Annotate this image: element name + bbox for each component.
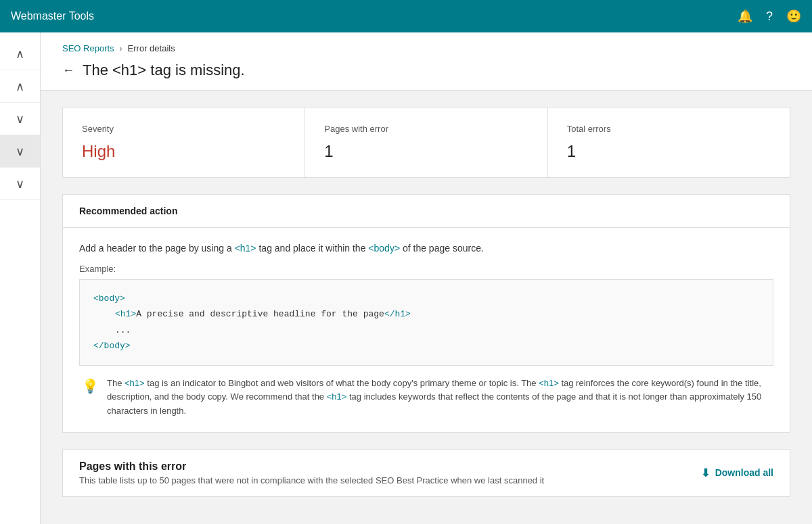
- pages-section-header: Pages with this error This table lists u…: [63, 450, 790, 496]
- action-text-middle: tag and place it within the: [256, 243, 369, 254]
- download-all-button[interactable]: ⬇ Download all: [701, 467, 773, 479]
- info-text: The <h1> tag is an indicator to Bingbot …: [107, 377, 771, 419]
- info-h1-tag-2: <h1>: [539, 378, 559, 388]
- stats-row: Severity High Pages with error 1 Total e…: [62, 107, 790, 178]
- breadcrumb-area: SEO Reports › Error details ← The <h1> t…: [41, 32, 812, 91]
- download-label: Download all: [715, 467, 773, 478]
- chevron-down-icon-3: ∨: [16, 176, 24, 191]
- content-area: Severity High Pages with error 1 Total e…: [41, 91, 812, 513]
- main-content: SEO Reports › Error details ← The <h1> t…: [41, 32, 812, 524]
- sidebar-item-5[interactable]: ∨: [0, 168, 40, 200]
- info-h1-tag-3: <h1>: [327, 391, 347, 402]
- stat-label-total-errors: Total errors: [567, 124, 771, 134]
- action-text: Add a header to the page by using a <h1>…: [79, 241, 773, 256]
- action-text-before: Add a header to the page by using a: [79, 243, 235, 254]
- action-text-after: of the page source.: [400, 243, 484, 254]
- breadcrumb-separator: ›: [120, 44, 122, 53]
- info-note: 💡 The <h1> tag is an indicator to Bingbo…: [79, 377, 773, 419]
- stat-card-pages-with-error: Pages with error 1: [305, 108, 547, 177]
- pages-section: Pages with this error This table lists u…: [62, 449, 790, 497]
- user-icon[interactable]: 🙂: [786, 9, 801, 24]
- chevron-down-icon-1: ∨: [16, 112, 24, 126]
- chevron-up-icon-1: ∧: [16, 47, 24, 62]
- recommended-action-header: Recommended action: [63, 195, 790, 228]
- stat-label-severity: Severity: [82, 124, 286, 134]
- code-line-4: </body>: [93, 338, 759, 354]
- topbar-icons: 🔔 ? 🙂: [738, 9, 801, 24]
- app-title: Webmaster Tools: [11, 10, 94, 22]
- recommended-action-box: Recommended action Add a header to the p…: [62, 194, 790, 433]
- stat-label-pages-with-error: Pages with error: [324, 124, 528, 134]
- sidebar-item-4[interactable]: ∨: [0, 135, 40, 168]
- layout: ∧ ∧ ∨ ∨ ∨ SEO Reports › Error details ← …: [0, 32, 812, 524]
- code-line-3: ...: [93, 323, 759, 338]
- code-block: <body> <h1>A precise and descriptive hea…: [79, 279, 773, 366]
- stat-card-total-errors: Total errors 1: [548, 108, 790, 177]
- sidebar-item-1[interactable]: ∧: [0, 38, 40, 70]
- action-body-tag: <body>: [368, 243, 400, 254]
- recommended-action-body: Add a header to the page by using a <h1>…: [63, 228, 790, 432]
- pages-section-title-group: Pages with this error This table lists u…: [79, 460, 544, 485]
- stat-card-severity: Severity High: [63, 108, 305, 177]
- stat-value-pages-with-error: 1: [324, 142, 528, 161]
- help-icon[interactable]: ?: [766, 9, 773, 24]
- page-title-row: ← The <h1> tag is missing.: [62, 62, 790, 90]
- notification-icon[interactable]: 🔔: [738, 9, 752, 24]
- chevron-down-icon-2: ∨: [16, 144, 24, 159]
- breadcrumb-link-seo-reports[interactable]: SEO Reports: [62, 43, 114, 53]
- topbar: Webmaster Tools 🔔 ? 🙂: [0, 0, 812, 32]
- pages-section-subtitle: This table lists up to 50 pages that wer…: [79, 475, 544, 485]
- info-h1-tag-1: <h1>: [125, 378, 145, 388]
- breadcrumb: SEO Reports › Error details: [62, 43, 790, 53]
- page-title: The <h1> tag is missing.: [83, 62, 245, 79]
- code-line-1: <body>: [93, 291, 759, 306]
- stat-value-severity: High: [82, 142, 286, 161]
- sidebar-item-2[interactable]: ∧: [0, 70, 40, 103]
- chevron-up-icon-2: ∧: [16, 79, 24, 94]
- action-h1-tag: <h1>: [235, 243, 256, 254]
- pages-section-title: Pages with this error: [79, 460, 544, 473]
- lightbulb-icon: 💡: [82, 378, 99, 394]
- back-button[interactable]: ←: [62, 64, 74, 78]
- code-line-2: <h1>A precise and descriptive headline f…: [93, 306, 759, 322]
- stat-value-total-errors: 1: [567, 142, 771, 161]
- sidebar: ∧ ∧ ∨ ∨ ∨: [0, 32, 41, 524]
- breadcrumb-current: Error details: [128, 43, 175, 53]
- example-label: Example:: [79, 264, 773, 274]
- sidebar-item-3[interactable]: ∨: [0, 103, 40, 135]
- download-icon: ⬇: [701, 467, 710, 479]
